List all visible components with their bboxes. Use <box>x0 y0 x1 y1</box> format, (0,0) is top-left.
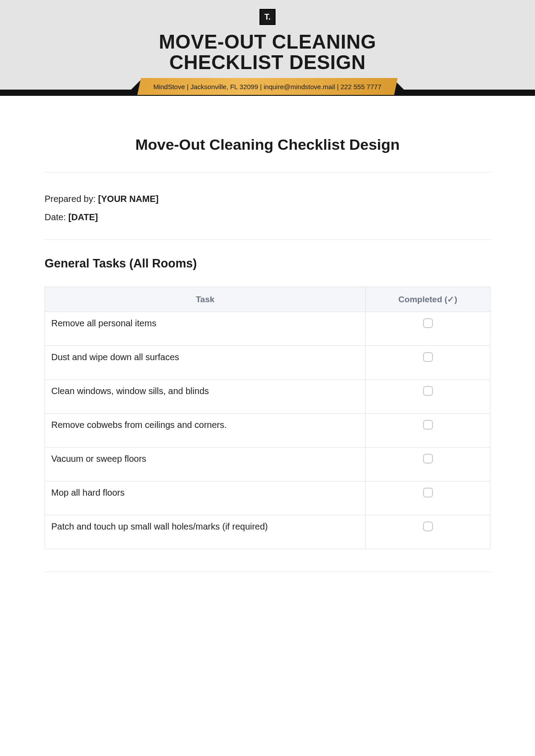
contact-ribbon: MindStove | Jacksonville, FL 32099 | inq… <box>137 78 398 95</box>
main-title: MOVE-OUT CLEANING CHECKLIST DESIGN <box>0 32 535 73</box>
divider <box>45 239 490 240</box>
checkbox-cell <box>366 414 490 448</box>
main-title-line1: MOVE-OUT CLEANING <box>159 31 376 53</box>
divider <box>45 571 490 572</box>
subsection-title: General Tasks (All Rooms) <box>45 257 490 271</box>
task-cell: Patch and touch up small wall holes/mark… <box>45 515 366 549</box>
completed-header: Completed (✓) <box>366 287 490 312</box>
task-cell: Remove cobwebs from ceilings and corners… <box>45 414 366 448</box>
section-title: Move-Out Cleaning Checklist Design <box>45 136 490 153</box>
checkbox-cell <box>366 380 490 414</box>
task-cell: Dust and wipe down all surfaces <box>45 346 366 380</box>
tasks-table: Task Completed (✓) Remove all personal i… <box>45 287 490 549</box>
document-content: Move-Out Cleaning Checklist Design Prepa… <box>0 96 535 599</box>
checkbox-cell <box>366 346 490 380</box>
checkbox-cell <box>366 481 490 515</box>
checkbox[interactable] <box>423 488 433 497</box>
date-label: Date: <box>45 212 68 222</box>
main-title-line2: CHECKLIST DESIGN <box>169 51 366 73</box>
date-line: Date: [DATE] <box>45 212 490 222</box>
checkbox-cell <box>366 515 490 549</box>
task-cell: Remove all personal items <box>45 312 366 346</box>
table-row: Patch and touch up small wall holes/mark… <box>45 515 490 549</box>
prepared-by-label: Prepared by: <box>45 194 98 204</box>
contact-ribbon-text: MindStove | Jacksonville, FL 32099 | inq… <box>153 83 382 90</box>
task-cell: Clean windows, window sills, and blinds <box>45 380 366 414</box>
checkbox[interactable] <box>423 420 433 430</box>
table-row: Clean windows, window sills, and blinds <box>45 380 490 414</box>
header-banner: T. MOVE-OUT CLEANING CHECKLIST DESIGN Mi… <box>0 0 535 96</box>
checkbox[interactable] <box>423 454 433 464</box>
checkbox-cell <box>366 312 490 346</box>
task-cell: Mop all hard floors <box>45 481 366 515</box>
table-row: Vacuum or sweep floors <box>45 448 490 481</box>
checkbox[interactable] <box>423 352 433 362</box>
table-header-row: Task Completed (✓) <box>45 287 490 312</box>
task-cell: Vacuum or sweep floors <box>45 448 366 481</box>
checkbox[interactable] <box>423 522 433 531</box>
divider <box>45 172 490 173</box>
table-row: Mop all hard floors <box>45 481 490 515</box>
table-row: Remove all personal items <box>45 312 490 346</box>
table-row: Remove cobwebs from ceilings and corners… <box>45 414 490 448</box>
table-row: Dust and wipe down all surfaces <box>45 346 490 380</box>
checkbox[interactable] <box>423 318 433 328</box>
prepared-by-value: [YOUR NAME] <box>98 194 159 204</box>
task-header: Task <box>45 287 366 312</box>
prepared-by-line: Prepared by: [YOUR NAME] <box>45 194 490 204</box>
checkbox[interactable] <box>423 386 433 396</box>
date-value: [DATE] <box>68 212 98 222</box>
logo-icon: T. <box>259 9 276 25</box>
checkbox-cell <box>366 448 490 481</box>
